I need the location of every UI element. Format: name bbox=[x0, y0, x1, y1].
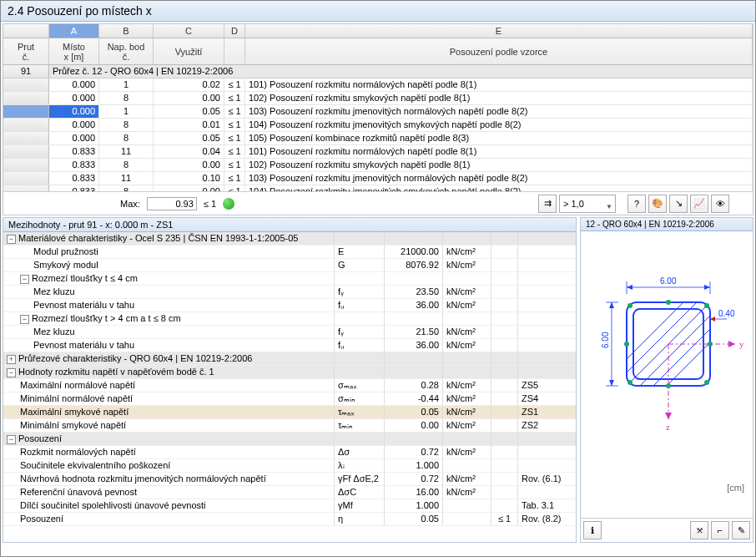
cell-desc[interactable]: 102) Posouzení rozkmitu smykových napětí… bbox=[245, 159, 753, 171]
tree-row[interactable]: Referenční únavová pevnostΔσC16.00kN/cm² bbox=[3, 486, 576, 499]
filter-combo[interactable]: > 1,0 bbox=[559, 195, 616, 213]
cell-cond[interactable]: ≤ 1 bbox=[224, 172, 245, 185]
table-row[interactable]: 0.00010.02≤ 1101) Posouzení rozkmitu nor… bbox=[3, 78, 753, 92]
tree-ref: Tab. 3.1 bbox=[517, 499, 576, 512]
tree-row[interactable]: Smykový modulG8076.92kN/cm² bbox=[3, 259, 576, 272]
tree-row[interactable]: Pevnost materiálu v tahufᵤ36.00kN/cm² bbox=[3, 339, 576, 352]
cell-cond[interactable]: ≤ 1 bbox=[224, 92, 245, 104]
col-header-B[interactable]: B bbox=[99, 24, 154, 38]
table-row[interactable]: 0.833110.04≤ 1101) Posouzení rozkmitu no… bbox=[3, 145, 753, 159]
table-row[interactable]: 0.833110.10≤ 1103) Posouzení rozkmitu jm… bbox=[3, 172, 753, 185]
stress-button[interactable]: ⤧ bbox=[690, 521, 708, 539]
toggle-icon[interactable]: − bbox=[7, 235, 16, 244]
col-header-E[interactable]: E bbox=[245, 24, 753, 38]
cell-nb[interactable]: 1 bbox=[99, 78, 154, 91]
tree-row[interactable]: −Posouzení bbox=[3, 433, 576, 446]
col-header-D[interactable]: D bbox=[224, 24, 245, 38]
tree-row[interactable]: Rozkmit normálových napětíΔσ0.72kN/cm² bbox=[3, 446, 576, 459]
cell-x[interactable]: 0.833 bbox=[49, 159, 99, 171]
tree-row[interactable]: Modul pružnostiE21000.00kN/cm² bbox=[3, 246, 576, 259]
cell-x[interactable]: 0.000 bbox=[49, 119, 99, 131]
cell-desc[interactable]: 103) Posouzení rozkmitu jmenovitých norm… bbox=[245, 105, 753, 118]
cell-cond[interactable]: ≤ 1 bbox=[224, 132, 245, 144]
tree-unit bbox=[442, 272, 491, 285]
tree-row[interactable]: −Hodnoty rozkmitu napětí v napěťovém bod… bbox=[3, 366, 576, 379]
tree-row[interactable]: Dílčí součinitel spolehlivosti únavové p… bbox=[3, 499, 576, 513]
jump-button[interactable]: ↘ bbox=[669, 195, 688, 213]
cell-cond[interactable]: ≤ 1 bbox=[224, 119, 245, 131]
table-row[interactable]: 0.00010.05≤ 1103) Posouzení rozkmitu jme… bbox=[3, 105, 753, 119]
cell-util[interactable]: 0.05 bbox=[154, 132, 224, 144]
cell-x[interactable]: 0.000 bbox=[49, 132, 99, 144]
tree-row[interactable]: Minimální normálové napětíσₘᵢₙ-0.44kN/cm… bbox=[3, 392, 576, 406]
colors-button[interactable]: 🎨 bbox=[648, 195, 667, 213]
graph-button[interactable]: 📈 bbox=[690, 195, 708, 213]
toggle-icon[interactable]: − bbox=[7, 368, 16, 377]
tree-row[interactable]: Součinitele ekvivalentního poškozeníλᵢ1.… bbox=[3, 459, 576, 473]
details-tree[interactable]: −Materiálové charakteristiky - Ocel S 23… bbox=[3, 232, 576, 542]
cell-nb[interactable]: 11 bbox=[99, 145, 154, 158]
cell-desc[interactable]: 105) Posouzení kombinace rozkmitů napětí… bbox=[245, 132, 753, 144]
cell-cond[interactable]: ≤ 1 bbox=[224, 145, 245, 158]
cell-x[interactable]: 0.833 bbox=[49, 172, 99, 185]
toggle-icon[interactable]: − bbox=[20, 275, 29, 284]
info-button[interactable]: ℹ bbox=[583, 521, 602, 539]
tree-row[interactable]: Maximální normálové napětíσₘₐₓ0.28kN/cm²… bbox=[3, 379, 576, 392]
group-row[interactable]: 91 Průřez č. 12 - QRO 60x4 | EN 10219-2:… bbox=[3, 65, 753, 78]
tree-row[interactable]: Pevnost materiálu v tahufᵤ36.00kN/cm² bbox=[3, 299, 576, 312]
tree-label: −Rozmezí tloušťky t ≤ 4 cm bbox=[3, 272, 334, 285]
col-header-A[interactable]: A bbox=[49, 24, 99, 38]
cell-desc[interactable]: 103) Posouzení rozkmitu jmenovitých norm… bbox=[245, 172, 753, 185]
tree-row[interactable]: Minimální smykové napětíτₘᵢₙ0.00kN/cm²ZS… bbox=[3, 419, 576, 433]
cell-nb[interactable]: 1 bbox=[99, 105, 154, 118]
cell-util[interactable]: 0.02 bbox=[154, 78, 224, 91]
axes-button[interactable]: ⌐ bbox=[711, 521, 729, 539]
cell-nb[interactable]: 8 bbox=[99, 92, 154, 104]
cell-util[interactable]: 0.05 bbox=[154, 105, 224, 118]
tree-row[interactable]: Mez kluzufᵧ21.50kN/cm² bbox=[3, 326, 576, 339]
section-canvas[interactable]: y z 6.00 6.00 0.40 [cm] bbox=[581, 231, 753, 518]
cell-util[interactable]: 0.00 bbox=[154, 159, 224, 171]
toggle-icon[interactable]: + bbox=[7, 355, 16, 364]
toggle-icon[interactable]: − bbox=[20, 315, 29, 324]
cell-desc[interactable]: 101) Posouzení rozkmitu normálových napě… bbox=[245, 78, 753, 91]
toggle-icon[interactable]: − bbox=[7, 435, 16, 444]
cell-nb[interactable]: 8 bbox=[99, 132, 154, 144]
tree-row[interactable]: −Rozmezí tloušťky t > 4 cm a t ≤ 8 cm bbox=[3, 312, 576, 326]
tree-row[interactable]: +Průřezové charakteristiky - QRO 60x4 | … bbox=[3, 352, 576, 366]
cell-x[interactable]: 0.833 bbox=[49, 145, 99, 158]
print-button[interactable]: ✎ bbox=[732, 521, 750, 539]
cell-desc[interactable]: 104) Posouzení rozkmitu jmenovitých smyk… bbox=[245, 119, 753, 131]
tree-row[interactable]: −Materiálové charakteristiky - Ocel S 23… bbox=[3, 232, 576, 246]
tree-row[interactable]: Návrhová hodnota rozkmitu jmenovitých no… bbox=[3, 473, 576, 486]
cell-cond[interactable]: ≤ 1 bbox=[224, 78, 245, 91]
cell-nb[interactable]: 8 bbox=[99, 159, 154, 171]
cell-x[interactable]: 0.000 bbox=[49, 92, 99, 104]
max-value-input[interactable] bbox=[147, 197, 197, 210]
cell-cond[interactable]: ≤ 1 bbox=[224, 105, 245, 118]
filter-button[interactable]: ⇉ bbox=[538, 195, 557, 213]
table-row[interactable]: 0.00080.01≤ 1104) Posouzení rozkmitu jme… bbox=[3, 119, 753, 132]
tree-row[interactable]: Maximální smykové napětíτₘₐₓ0.05kN/cm²ZS… bbox=[3, 406, 576, 419]
svg-marker-32 bbox=[609, 380, 614, 386]
tree-row[interactable]: Posouzeníη0.05≤ 1Rov. (8.2) bbox=[3, 513, 576, 526]
cell-util[interactable]: 0.00 bbox=[154, 92, 224, 104]
cell-desc[interactable]: 101) Posouzení rozkmitu normálových napě… bbox=[245, 145, 753, 158]
table-row[interactable]: 0.83380.00≤ 1102) Posouzení rozkmitu smy… bbox=[3, 159, 753, 172]
cell-nb[interactable]: 11 bbox=[99, 172, 154, 185]
eye-button[interactable]: 👁 bbox=[711, 195, 729, 213]
cell-nb[interactable]: 8 bbox=[99, 119, 154, 131]
table-row[interactable]: 0.00080.05≤ 1105) Posouzení kombinace ro… bbox=[3, 132, 753, 145]
cell-util[interactable]: 0.04 bbox=[154, 145, 224, 158]
cell-desc[interactable]: 102) Posouzení rozkmitu smykových napětí… bbox=[245, 92, 753, 104]
cell-x[interactable]: 0.000 bbox=[49, 105, 99, 118]
cell-x[interactable]: 0.000 bbox=[49, 78, 99, 91]
cell-cond[interactable]: ≤ 1 bbox=[224, 159, 245, 171]
col-header-C[interactable]: C bbox=[154, 24, 224, 38]
cell-util[interactable]: 0.10 bbox=[154, 172, 224, 185]
tree-row[interactable]: Mez kluzufᵧ23.50kN/cm² bbox=[3, 286, 576, 299]
table-row[interactable]: 0.00080.00≤ 1102) Posouzení rozkmitu smy… bbox=[3, 92, 753, 105]
cell-util[interactable]: 0.01 bbox=[154, 119, 224, 131]
tree-row[interactable]: −Rozmezí tloušťky t ≤ 4 cm bbox=[3, 272, 576, 286]
help-button[interactable]: ? bbox=[627, 195, 646, 213]
